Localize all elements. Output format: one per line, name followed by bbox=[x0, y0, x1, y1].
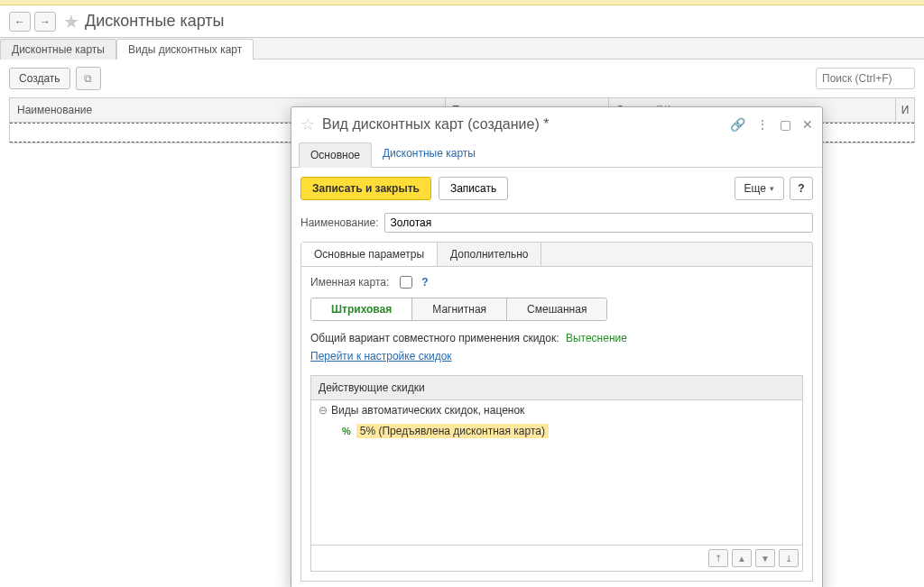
tab-discount-cards[interactable]: Дисконтные карты bbox=[0, 39, 116, 60]
active-discounts-head: Действующие скидки bbox=[311, 376, 802, 400]
tree-item-label: 5% (Предъявлена дисконтная карта) bbox=[356, 424, 549, 438]
modal-header: ☆ Вид дисконтных карт (создание) * 🔗 ⋮ ▢… bbox=[291, 107, 822, 142]
tree-collapse-icon[interactable]: ⊖ bbox=[319, 404, 331, 417]
more-button[interactable]: Еще ▾ bbox=[735, 177, 784, 200]
modal-tab-main[interactable]: Основное bbox=[299, 142, 372, 168]
inner-tab-basic[interactable]: Основные параметры bbox=[301, 243, 438, 266]
modal-toolbar: Записать и закрыть Записать Еще ▾ ? bbox=[291, 168, 822, 209]
menu-dots-icon[interactable]: ⋮ bbox=[756, 117, 769, 132]
forward-button[interactable]: → bbox=[34, 12, 56, 32]
col-name-label: Наименование bbox=[17, 104, 92, 116]
inner-body: Именная карта: ? Штриховая Магнитная Сме… bbox=[300, 267, 813, 582]
toggle-magnetic[interactable]: Магнитная bbox=[412, 298, 507, 320]
page-title: Дисконтные карты bbox=[85, 12, 225, 31]
favorite-star-icon[interactable]: ★ bbox=[63, 11, 79, 32]
active-discounts-box: Действующие скидки ⊖ Виды автоматических… bbox=[310, 375, 803, 572]
move-down-button[interactable]: ▼ bbox=[755, 549, 775, 567]
help-button[interactable]: ? bbox=[790, 177, 813, 200]
configure-discounts-link[interactable]: Перейти к настройке скидок bbox=[310, 350, 452, 362]
search-input[interactable] bbox=[816, 68, 915, 89]
move-up-button[interactable]: ▲ bbox=[732, 549, 752, 567]
back-button[interactable]: ← bbox=[9, 12, 31, 32]
discounts-tree[interactable]: ⊖ Виды автоматических скидок, наценок % … bbox=[311, 400, 802, 545]
tree-root-label: Виды автоматических скидок, наценок bbox=[331, 404, 524, 417]
modal-tab-cards[interactable]: Дисконтные карты bbox=[372, 142, 486, 167]
named-card-label: Именная карта: bbox=[310, 276, 389, 289]
modal-tabs: Основное Дисконтные карты bbox=[291, 142, 822, 168]
col-last[interactable]: И bbox=[896, 98, 914, 122]
more-label: Еще bbox=[744, 182, 766, 195]
inner-tabs: Основные параметры Дополнительно bbox=[300, 242, 813, 267]
page-header: ← → ★ Дисконтные карты bbox=[0, 5, 924, 38]
tree-item-row[interactable]: % 5% (Предъявлена дисконтная карта) bbox=[311, 420, 802, 442]
link-icon[interactable]: 🔗 bbox=[730, 117, 745, 132]
outer-tabs: Дисконтные карты Виды дисконтных карт bbox=[0, 38, 924, 60]
name-input[interactable] bbox=[384, 213, 813, 233]
name-label: Наименование: bbox=[300, 216, 379, 229]
named-card-checkbox[interactable] bbox=[400, 276, 412, 289]
modal-favorite-icon[interactable]: ☆ bbox=[300, 115, 315, 134]
list-toolbar: Создать ⧉ bbox=[0, 60, 924, 97]
toggle-barcode[interactable]: Штриховая bbox=[311, 298, 412, 320]
create-button[interactable]: Создать bbox=[9, 68, 70, 89]
discounts-footer: ⤒ ▲ ▼ ⤓ bbox=[311, 545, 802, 571]
joint-discount-row: Общий вариант совместного применения ски… bbox=[310, 332, 803, 344]
save-and-close-button[interactable]: Записать и закрыть bbox=[300, 177, 431, 200]
maximize-icon[interactable]: ▢ bbox=[780, 117, 791, 132]
named-card-row: Именная карта: ? bbox=[310, 276, 803, 289]
modal-title: Вид дисконтных карт (создание) * bbox=[322, 116, 730, 133]
tree-root-row[interactable]: ⊖ Виды автоматических скидок, наценок bbox=[311, 400, 802, 420]
copy-button[interactable]: ⧉ bbox=[76, 67, 101, 90]
copy-icon: ⧉ bbox=[84, 72, 92, 85]
move-bottom-button[interactable]: ⤓ bbox=[779, 549, 799, 567]
card-type-toggle: Штриховая Магнитная Смешанная bbox=[310, 298, 607, 321]
close-icon[interactable]: ✕ bbox=[802, 117, 813, 132]
inner-tab-additional[interactable]: Дополнительно bbox=[438, 243, 541, 266]
toggle-mixed[interactable]: Смешанная bbox=[507, 298, 606, 320]
chevron-down-icon: ▾ bbox=[770, 184, 774, 193]
joint-label: Общий вариант совместного применения ски… bbox=[310, 332, 559, 344]
discount-icon: % bbox=[342, 426, 351, 436]
move-top-button[interactable]: ⤒ bbox=[708, 549, 728, 567]
save-button[interactable]: Записать bbox=[439, 177, 508, 200]
joint-value: Вытеснение bbox=[566, 332, 627, 344]
modal-create-card-type: ☆ Вид дисконтных карт (создание) * 🔗 ⋮ ▢… bbox=[291, 106, 823, 587]
name-row: Наименование: bbox=[291, 209, 822, 236]
named-card-help-icon[interactable]: ? bbox=[421, 276, 428, 289]
tab-discount-card-types[interactable]: Виды дисконтных карт bbox=[116, 39, 254, 60]
